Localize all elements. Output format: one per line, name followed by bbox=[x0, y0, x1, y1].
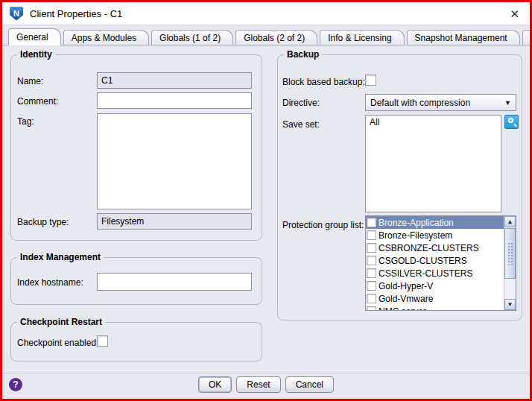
cancel-button[interactable]: Cancel bbox=[285, 376, 334, 393]
item-checkbox[interactable] bbox=[367, 294, 376, 303]
tab-globals-1[interactable]: Globals (1 of 2) bbox=[151, 30, 233, 45]
block-based-backup-label: Block based backup: bbox=[282, 77, 365, 87]
footer-divider bbox=[2, 373, 530, 373]
index-management-title: Index Management bbox=[17, 252, 104, 262]
close-icon[interactable]: ✕ bbox=[507, 7, 522, 20]
item-checkbox[interactable] bbox=[367, 306, 376, 311]
name-field bbox=[97, 72, 252, 89]
client-properties-dialog: N Client Properties - C1 ✕ General Apps … bbox=[0, 0, 532, 401]
item-checkbox[interactable] bbox=[367, 243, 376, 253]
item-checkbox[interactable] bbox=[367, 268, 376, 278]
list-scrollbar[interactable]: ▲ ▼ bbox=[504, 216, 516, 310]
item-checkbox[interactable] bbox=[367, 218, 376, 227]
scroll-up-icon[interactable]: ▲ bbox=[504, 216, 516, 227]
block-based-backup-checkbox[interactable] bbox=[365, 75, 376, 86]
directive-label: Directive: bbox=[282, 98, 320, 108]
window-title: Client Properties - C1 bbox=[30, 8, 122, 19]
tab-strip: General Apps & Modules Globals (1 of 2) … bbox=[2, 26, 530, 45]
backup-type-label: Backup type: bbox=[17, 217, 69, 227]
tab-info-licensing[interactable]: Info & Licensing bbox=[320, 30, 404, 45]
list-item[interactable]: CSSILVER-CLUSTERS bbox=[366, 267, 504, 280]
directive-dropdown[interactable]: Default with compression ▼ bbox=[365, 94, 516, 111]
title-bar: N Client Properties - C1 ✕ bbox=[2, 2, 530, 25]
item-checkbox[interactable] bbox=[367, 281, 376, 291]
index-hostname-field[interactable] bbox=[97, 273, 252, 291]
protection-group-label: Protection group list: bbox=[282, 220, 364, 230]
scrollbar-thumb[interactable] bbox=[504, 228, 516, 279]
identity-title: Identity bbox=[17, 49, 55, 60]
list-item[interactable]: Bronze-Filesystem bbox=[366, 229, 504, 241]
reset-button[interactable]: Reset bbox=[236, 376, 280, 393]
list-item[interactable]: Gold-Hyper-V bbox=[366, 280, 504, 292]
protection-group-list: Bronze-Application Bronze-Filesystem CSB… bbox=[365, 215, 516, 311]
tag-label: Tag: bbox=[17, 116, 34, 127]
tab-general[interactable]: General bbox=[8, 28, 61, 45]
list-item[interactable]: Gold-Vmware bbox=[366, 292, 504, 305]
comment-label: Comment: bbox=[17, 96, 58, 107]
list-item[interactable]: Bronze-Application bbox=[366, 216, 504, 229]
save-set-label: Save set: bbox=[282, 119, 320, 130]
item-checkbox[interactable] bbox=[367, 256, 376, 265]
list-item[interactable]: CSGOLD-CLUSTERS bbox=[366, 254, 504, 267]
scroll-down-icon[interactable]: ▼ bbox=[504, 299, 516, 310]
directive-value: Default with compression bbox=[370, 98, 500, 108]
checkpoint-enabled-label: Checkpoint enabled: bbox=[17, 338, 98, 348]
tab-strip-border bbox=[2, 45, 530, 45]
tab-apps-modules[interactable]: Apps & Modules bbox=[63, 30, 149, 45]
list-item[interactable]: CSBRONZE-CLUSTERS bbox=[366, 241, 504, 254]
networker-shield-icon: N bbox=[10, 7, 23, 21]
tag-field[interactable] bbox=[97, 113, 252, 209]
index-hostname-label: Index hostname: bbox=[17, 277, 83, 288]
checkpoint-restart-title: Checkpoint Restart bbox=[17, 317, 105, 327]
checkpoint-enabled-checkbox[interactable] bbox=[97, 335, 108, 347]
comment-field[interactable] bbox=[97, 92, 252, 109]
save-set-search-button[interactable] bbox=[504, 115, 519, 129]
item-checkbox[interactable] bbox=[367, 230, 376, 240]
name-label: Name: bbox=[17, 76, 43, 86]
backup-title: Backup bbox=[284, 49, 322, 60]
footer-buttons: OK Reset Cancel bbox=[2, 376, 530, 393]
save-set-field[interactable]: All bbox=[365, 115, 501, 212]
tab-globals-2[interactable]: Globals (2 of 2) bbox=[235, 30, 317, 45]
dropdown-arrow-icon: ▼ bbox=[504, 99, 511, 107]
list-item[interactable]: NMC server bbox=[366, 305, 504, 311]
protection-group-rows: Bronze-Application Bronze-Filesystem CSB… bbox=[366, 216, 504, 311]
backup-type-field bbox=[97, 213, 252, 230]
ok-button[interactable]: OK bbox=[198, 376, 232, 393]
tab-snapshot-management[interactable]: Snapshot Management bbox=[407, 30, 520, 45]
magnifier-icon bbox=[508, 118, 513, 123]
tab-restricted-data-zones[interactable]: Restricted Data Zones bbox=[522, 30, 532, 45]
